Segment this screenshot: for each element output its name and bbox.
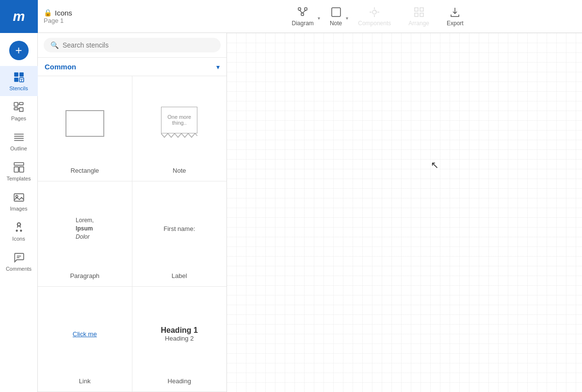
- stencil-grid: Rectangle One more thing.. Note: [38, 76, 226, 392]
- diagram-dropdown-arrow[interactable]: ▾: [318, 16, 320, 21]
- search-input-wrap: 🔍: [44, 38, 221, 52]
- images-icon: [13, 191, 25, 204]
- outline-icon: [13, 131, 25, 144]
- logo[interactable]: m: [0, 0, 38, 33]
- diagram-label: Diagram: [292, 20, 314, 27]
- sidebar-item-pages[interactable]: Pages: [0, 96, 38, 126]
- sidebar-item-stencils[interactable]: T Stencils: [0, 66, 38, 96]
- svg-rect-19: [19, 108, 23, 112]
- sidebar-item-icons[interactable]: Icons: [0, 216, 38, 246]
- outline-label: Outline: [10, 146, 27, 151]
- export-label: Export: [447, 20, 464, 27]
- svg-rect-26: [14, 163, 24, 165]
- sidebar-item-images[interactable]: Images: [0, 186, 38, 216]
- logo-text: m: [13, 9, 25, 24]
- svg-rect-16: [14, 102, 18, 106]
- document-info: 🔒 Icons Page 1: [38, 9, 78, 24]
- svg-rect-12: [19, 72, 24, 77]
- section-title: Common: [45, 63, 76, 71]
- stencil-heading[interactable]: Heading 1 Heading 2 Heading: [132, 287, 227, 392]
- rectangle-preview: [65, 85, 104, 162]
- svg-rect-10: [420, 13, 423, 16]
- canvas-inner: ↖: [227, 33, 582, 392]
- stencil-label[interactable]: First name: Label: [132, 181, 227, 287]
- comments-label: Comments: [6, 266, 32, 272]
- label-shape: First name:: [163, 225, 195, 232]
- rectangle-shape: [65, 110, 104, 137]
- link-label: Link: [79, 377, 91, 385]
- search-input[interactable]: [63, 41, 214, 49]
- add-button[interactable]: +: [9, 41, 29, 60]
- note-dropdown-arrow[interactable]: ▾: [346, 16, 348, 21]
- note-shape: One more thing..: [161, 107, 197, 141]
- heading-h1: Heading 1: [161, 326, 198, 335]
- svg-rect-27: [14, 167, 18, 172]
- svg-line-4: [303, 10, 306, 13]
- search-bar: 🔍: [38, 33, 226, 58]
- pages-icon: [13, 101, 25, 114]
- svg-rect-28: [19, 167, 24, 172]
- diagram-tool-group: Diagram ▾: [284, 3, 320, 30]
- doc-title-row: 🔒 Icons: [44, 9, 72, 17]
- heading-h2: Heading 2: [161, 335, 198, 342]
- export-button[interactable]: Export: [439, 3, 471, 30]
- paragraph-shape: Lorem,IpsumDolor: [76, 216, 94, 241]
- icons-label: Icons: [12, 236, 25, 242]
- images-label: Images: [10, 206, 27, 212]
- heading-shape: Heading 1 Heading 2: [161, 326, 198, 342]
- components-button[interactable]: Components: [350, 3, 399, 30]
- document-title: Icons: [55, 9, 72, 17]
- diagram-button[interactable]: Diagram: [284, 3, 322, 30]
- note-label: Note: [330, 20, 342, 27]
- svg-rect-8: [420, 8, 423, 11]
- sidebar-item-templates[interactable]: Templates: [0, 156, 38, 186]
- chevron-down-icon: ▾: [216, 63, 220, 71]
- comments-icon: [13, 251, 25, 264]
- arrange-button[interactable]: Arrange: [401, 3, 437, 30]
- templates-label: Templates: [6, 176, 31, 181]
- heading-preview: Heading 1 Heading 2: [161, 295, 198, 373]
- svg-rect-18: [14, 108, 18, 110]
- common-section-header[interactable]: Common ▾: [38, 58, 226, 76]
- stencil-panel: 🔍 Common ▾ Rectangle One mor: [38, 33, 227, 392]
- zigzag-svg: [161, 133, 197, 140]
- add-icon: +: [15, 44, 22, 57]
- svg-text:T: T: [20, 78, 23, 83]
- svg-rect-17: [19, 102, 23, 104]
- svg-rect-9: [415, 13, 418, 16]
- label-label: Label: [172, 272, 187, 279]
- arrange-label: Arrange: [408, 20, 429, 27]
- main-content: + T Stencils Pages: [0, 33, 582, 392]
- paragraph-preview: Lorem,IpsumDolor: [76, 190, 94, 267]
- components-label: Components: [358, 20, 391, 27]
- note-tool-group: Note ▾: [322, 3, 348, 30]
- note-preview: One more thing..: [161, 85, 197, 162]
- pages-label: Pages: [11, 115, 26, 121]
- paragraph-label: Paragraph: [70, 272, 99, 279]
- svg-rect-7: [415, 8, 418, 11]
- svg-rect-1: [305, 8, 307, 10]
- sidebar-item-comments[interactable]: Comments: [0, 246, 38, 277]
- header: m 🔒 Icons Page 1 Diagram ▾: [0, 0, 582, 33]
- page-label: Page 1: [44, 17, 72, 24]
- svg-rect-5: [332, 8, 340, 16]
- note-label: Note: [173, 167, 186, 174]
- svg-rect-0: [298, 8, 301, 10]
- lock-icon: 🔒: [44, 9, 52, 16]
- svg-rect-11: [14, 72, 18, 77]
- stencil-link[interactable]: Click me Link: [38, 287, 132, 392]
- link-preview: Click me: [73, 295, 97, 373]
- icon-bar: + T Stencils Pages: [0, 33, 38, 392]
- svg-rect-29: [14, 194, 24, 201]
- canvas[interactable]: ↖: [227, 33, 582, 392]
- stencil-rectangle[interactable]: Rectangle: [38, 76, 132, 181]
- stencil-note[interactable]: One more thing.. Note: [132, 76, 227, 181]
- stencils-icon: T: [13, 71, 25, 83]
- sidebar-item-outline[interactable]: Outline: [0, 126, 38, 156]
- label-preview: First name:: [163, 190, 195, 267]
- note-body: One more thing..: [161, 107, 197, 133]
- svg-rect-13: [14, 78, 18, 82]
- link-shape: Click me: [73, 330, 97, 338]
- stencil-paragraph[interactable]: Lorem,IpsumDolor Paragraph: [38, 181, 132, 287]
- svg-line-3: [300, 10, 303, 13]
